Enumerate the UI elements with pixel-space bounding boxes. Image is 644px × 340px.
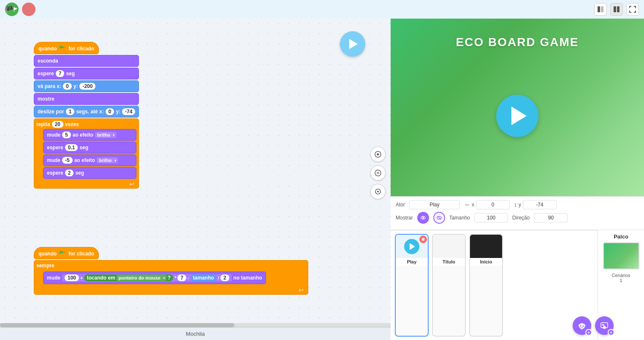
svg-marker-0 [14,7,17,10]
cenarios-text: Cenários [611,273,630,278]
mude1-label: mude [47,132,60,138]
wait1-suffix: seg [79,145,88,151]
mude2-label: mude [47,157,60,163]
div-val[interactable]: 2 [220,274,229,281]
fullscreen-button[interactable] [626,3,639,16]
goto-y-val[interactable]: -200 [79,83,95,90]
dir-input[interactable] [534,213,568,222]
deslize-v1[interactable]: 1 [66,108,75,115]
add-backdrop-button[interactable]: + [595,316,614,335]
stage-canvas: ECO BOARD GAME [391,19,644,196]
sprite-item-play[interactable]: Play [395,234,429,337]
block-espere-3: espere 2 seg [43,167,136,179]
zoom-out-button[interactable] [370,165,386,181]
block-mostre: mostre [34,93,139,105]
run-button[interactable] [340,31,365,57]
mult-val[interactable]: 7 [177,274,186,281]
hat2-suffix: for clicado [68,251,94,257]
goto-label: vá para x: [38,83,61,89]
block-espere-2: espere 0.1 seg [43,142,136,154]
plus-sign: + [80,275,83,280]
deslize-v3[interactable]: -74 [122,108,135,115]
y-label: y [519,202,521,208]
stage-title: ECO BOARD GAME [391,36,644,49]
block-mude-size: mude 100 + tocando em ponteiro do mouse … [43,271,266,284]
wait1-val[interactable]: 0.1 [65,144,78,151]
sprite-item-inicio[interactable]: Inicio [469,234,503,337]
sprite-list: Play Título Inicio [391,230,598,340]
mude1-val[interactable]: 5 [62,132,71,138]
actor-label: Ator [396,202,405,208]
deslize-y-label: y: [116,109,120,115]
backdrop-icon [600,321,609,330]
mude2-val[interactable]: -5 [62,157,73,164]
mude2-drp[interactable]: brilho [97,157,118,163]
flag-in-block-2 [60,251,65,257]
tamanho-label: tamanho [193,275,214,281]
stage-play-button[interactable] [496,95,538,137]
mude-val-100[interactable]: 100 [65,274,79,281]
sempre-label: sempre [36,263,54,269]
zoom-in-icon [374,151,382,158]
show-toggle-inactive[interactable] [433,212,445,224]
layout-2-icon [613,6,620,13]
hat-label: quando [38,46,57,52]
y-arrows-icon: ↕ [514,201,517,208]
touch-drp[interactable]: ponteiro do mouse [117,275,166,281]
sprite-delete-btn[interactable] [419,236,427,243]
layout-1-icon [597,6,604,13]
block-deslize: deslize por 1 segs. até x: 0 y: -74 [34,106,139,118]
hat-block-2: quando for clicado [34,247,99,259]
repeat-block: repita 20 vezes mude 5 ao efeito brilho [34,118,139,189]
flag-in-block [60,46,65,52]
sempre-arrow: ↩ [299,287,304,293]
deslize-v2[interactable]: 0 [106,108,114,115]
block-mude-2: mude -5 ao efeito brilho [43,154,136,166]
trash-icon [421,237,425,241]
layout-1-button[interactable] [594,3,607,16]
reset-zoom-icon [374,188,382,195]
sprite-name-titulo: Título [433,258,465,266]
y-val-input[interactable] [523,200,557,209]
x-val-input[interactable] [476,200,510,209]
stage-info-panel: Ator ↔ x ↕ y Mostrar [391,196,644,230]
reset-zoom-button[interactable] [370,184,386,199]
minus-sign: - [187,275,189,280]
add-sprite-button[interactable]: + + [573,316,591,335]
palco-thumbnail[interactable] [603,242,639,269]
cat-icon: + [577,321,587,330]
zoom-in-button[interactable] [370,147,386,162]
block-goto: vá para x: 0 y: -200 [34,80,139,92]
zoom-controls [370,147,386,199]
svg-rect-5 [617,6,620,12]
layout-2-button[interactable] [610,3,623,16]
wait2-val[interactable]: 2 [65,170,74,176]
sprite-thumb-titulo [433,235,465,258]
size-input[interactable] [474,213,508,222]
repeat-val[interactable]: 20 [52,121,63,128]
block-stack-2: quando for clicado sempre mude [34,247,308,296]
green-flag-button[interactable] [5,3,19,16]
touch-label: tocando em [87,275,115,281]
mude-row: mude 100 + tocando em ponteiro do mouse … [43,270,306,286]
stop-button[interactable] [22,3,35,16]
fullscreen-icon [629,6,636,13]
show-toggle-active[interactable] [417,212,429,224]
svg-text:+: + [581,327,583,330]
horizontal-scrollbar[interactable] [0,323,391,327]
mude-expr: 100 + tocando em ponteiro do mouse ? * 7 [62,274,232,282]
wait2-suffix: seg [75,170,84,176]
mude1-drp[interactable]: brilho [95,132,116,138]
svg-point-27 [602,324,604,326]
sempre-block: sempre mude 100 + tocando em [34,260,308,295]
question-mark: ? [168,275,171,281]
hat-suffix: for clicado [68,46,94,52]
actor-name-input[interactable] [409,200,460,209]
goto-x-val[interactable]: 0 [63,83,72,90]
hat2-label: quando [38,251,57,257]
espere-val[interactable]: 7 [56,70,65,77]
mult-sign: * [174,275,176,280]
div-sign: / [218,275,219,280]
block-mude-1: mude 5 ao efeito brilho [43,129,136,141]
sprite-item-titulo[interactable]: Título [432,234,466,337]
